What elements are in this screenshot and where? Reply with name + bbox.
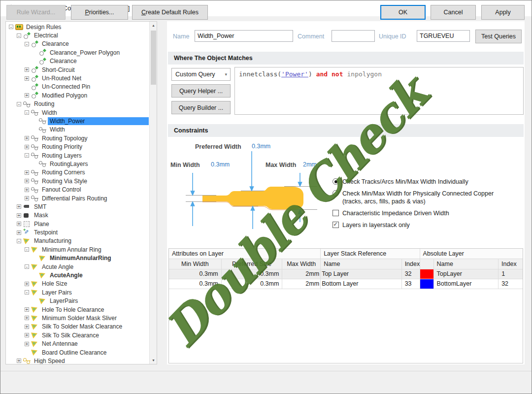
table-row[interactable]: 0.3mm 0.3mm 2mm Top Layer 32 TopLayer 1 <box>169 269 523 279</box>
scroll-up-icon[interactable]: ▲ <box>150 22 157 29</box>
tree-item[interactable]: Fanout Control <box>6 185 149 194</box>
tree-item[interactable]: Routing Priority <box>6 142 149 151</box>
tree-item[interactable]: Layer Pairs <box>6 288 149 296</box>
tree-item[interactable]: Minimum Solder Mask Sliver <box>6 314 149 322</box>
tree-expander-icon[interactable] <box>25 316 29 320</box>
option-row[interactable]: Characteristic Impedance Driven Width <box>332 209 524 217</box>
tree-item[interactable]: Mask <box>6 211 149 220</box>
tree-item[interactable]: Routing <box>6 100 149 108</box>
tree-expander-icon[interactable] <box>25 42 29 46</box>
cancel-button[interactable]: Cancel <box>431 5 476 20</box>
tree-expander-icon[interactable] <box>17 230 21 235</box>
scroll-down-icon[interactable]: ▼ <box>150 357 157 364</box>
tree-item[interactable]: Un-Connected Pin <box>6 83 149 91</box>
tree-expander-icon[interactable] <box>25 110 29 115</box>
unique-id-input[interactable] <box>417 30 470 42</box>
option-row[interactable]: Layers in layerstack only <box>332 221 524 229</box>
tree-expander-icon[interactable] <box>25 333 29 337</box>
cell-max-width[interactable]: 2mm <box>282 279 321 289</box>
cell-preferred-size[interactable]: 0.3mm <box>222 269 283 279</box>
scroll-thumb[interactable] <box>151 31 156 85</box>
query-scope-select[interactable]: Custom Query ▾ <box>171 68 231 81</box>
col-preferred-size[interactable]: Preferred Size <box>222 259 283 269</box>
tree-item[interactable]: AcuteAngle <box>6 271 149 279</box>
tree-item[interactable]: Hole To Hole Clearance <box>6 305 149 314</box>
tree-expander-icon[interactable] <box>25 290 29 295</box>
query-helper-button[interactable]: Query Helper ... <box>171 84 231 98</box>
tree-item[interactable]: Un-Routed Net <box>6 74 149 82</box>
tree-item[interactable]: Differential Pairs Routing <box>6 194 149 202</box>
tree-item[interactable]: Net Antennae <box>6 339 149 348</box>
cell-stack-index[interactable]: 33 <box>402 279 420 289</box>
tree-expander-icon[interactable] <box>25 67 29 72</box>
rule-wizard-button[interactable]: Rule Wizard... <box>6 5 66 20</box>
max-width-value[interactable]: 2mm <box>303 161 317 168</box>
cell-preferred-size[interactable]: 0.3mm <box>222 279 283 289</box>
tree-expander-icon[interactable] <box>17 222 21 226</box>
name-input[interactable] <box>195 30 293 42</box>
tree-expander-icon[interactable] <box>25 325 29 329</box>
test-queries-button[interactable]: Test Queries <box>475 30 522 43</box>
tree-item[interactable]: Manufacturing <box>6 237 149 245</box>
tree-expander-icon[interactable] <box>17 359 21 363</box>
tree-expander-icon[interactable] <box>17 239 21 243</box>
cell-stack-index[interactable]: 32 <box>402 269 420 279</box>
option-mark-icon[interactable] <box>332 222 339 228</box>
tree-item[interactable]: Width <box>6 108 149 117</box>
option-row[interactable]: Check Tracks/Arcs Min/Max Width Individu… <box>332 178 524 186</box>
tree-item[interactable]: MinimumAnnularRing <box>6 254 149 263</box>
tree-item[interactable]: Testpoint <box>6 228 149 236</box>
ok-button[interactable]: OK <box>380 5 426 20</box>
preferred-width-value[interactable]: 0.3mm <box>252 143 270 150</box>
col-max-width[interactable]: Max Width <box>282 259 321 269</box>
tree-expander-icon[interactable] <box>25 247 29 252</box>
tree-expander-icon[interactable] <box>25 93 29 98</box>
tree-item[interactable]: Routing Layers <box>6 151 149 160</box>
tree-item[interactable]: Width <box>6 126 149 134</box>
col-abs-name[interactable]: Name <box>434 259 499 269</box>
tree-expander-icon[interactable] <box>25 145 29 149</box>
cell-min-width[interactable]: 0.3mm <box>169 279 222 289</box>
min-width-value[interactable]: 0.3mm <box>211 161 230 168</box>
option-row[interactable]: Check Min/Max Width for Physically Conne… <box>332 190 524 205</box>
tree-expander-icon[interactable] <box>25 170 29 175</box>
tree-item[interactable]: Short-Circuit <box>6 66 149 74</box>
tree-item[interactable]: Width_Power <box>6 117 149 125</box>
table-row[interactable]: 0.3mm 0.3mm 2mm Bottom Layer 33 BottomLa… <box>169 279 523 289</box>
query-builder-button[interactable]: Query Builder ... <box>171 101 231 114</box>
tree-expander-icon[interactable] <box>25 179 29 183</box>
tree-expander-icon[interactable] <box>25 196 29 200</box>
create-default-rules-button[interactable]: Create Default Rules <box>132 5 208 20</box>
tree-expander-icon[interactable] <box>25 136 29 140</box>
tree-item[interactable]: Silk To Silk Clearance <box>6 331 149 339</box>
tree-item[interactable]: Routing Corners <box>6 168 149 177</box>
cell-stack-name[interactable]: Bottom Layer <box>321 279 402 289</box>
col-min-width[interactable]: Min Width <box>169 259 222 269</box>
tree-scrollbar[interactable]: ▲ ▼ <box>149 22 157 364</box>
tree-item[interactable]: Modified Polygon <box>6 91 149 99</box>
tree-expander-icon[interactable] <box>25 76 29 81</box>
tree-item[interactable]: Board Outline Clearance <box>6 348 149 357</box>
cell-max-width[interactable]: 2mm <box>282 269 321 279</box>
col-abs-index[interactable]: Index <box>499 259 523 269</box>
tree-item[interactable]: SMT <box>6 202 149 211</box>
cell-min-width[interactable]: 0.3mm <box>169 269 222 279</box>
priorities-button[interactable]: Priorities... <box>71 5 128 20</box>
tree-item[interactable]: Clearance <box>6 40 149 48</box>
tree-expander-icon[interactable] <box>17 33 21 38</box>
cell-abs-name[interactable]: TopLayer <box>434 269 499 279</box>
custom-query-editor[interactable]: innetclass('Power')and notinpolygon <box>234 67 524 115</box>
tree-item[interactable]: High Speed <box>6 357 149 364</box>
option-mark-icon[interactable] <box>332 210 339 216</box>
tree-expander-icon[interactable] <box>17 204 21 209</box>
option-mark-icon[interactable] <box>332 190 339 197</box>
tree-expander-icon[interactable] <box>17 102 21 106</box>
tree-item[interactable]: Silk To Solder Mask Clearance <box>6 323 149 331</box>
tree-item[interactable]: RoutingLayers <box>6 160 149 168</box>
apply-button[interactable]: Apply <box>481 5 525 20</box>
tree-item[interactable]: Design Rules <box>6 23 149 31</box>
comment-input[interactable] <box>332 30 375 42</box>
tree-expander-icon[interactable] <box>25 342 29 346</box>
tree-item[interactable]: LayerPairs <box>6 297 149 305</box>
tree-item[interactable]: Routing Topology <box>6 134 149 142</box>
